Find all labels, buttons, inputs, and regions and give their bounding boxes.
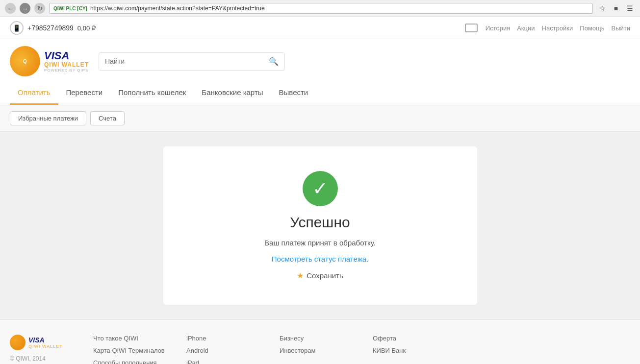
- footer-link-kiwi-bank[interactable]: КИВИ Банк: [373, 347, 446, 354]
- settings-link[interactable]: Настройки: [542, 24, 573, 32]
- extension-icon[interactable]: ■: [611, 3, 621, 14]
- phone-icon: 📱: [10, 21, 24, 35]
- history-link[interactable]: История: [486, 24, 510, 32]
- url-text: https://w.qiwi.com/payment/state.action?…: [90, 5, 265, 12]
- balance: 0,00 ₽: [77, 24, 96, 32]
- success-card: ✓ Успешно Ваш платеж принят в обработку.…: [163, 146, 477, 305]
- top-bar-right: История Акции Настройки Помощь Выйти: [465, 24, 630, 32]
- footer-link-what-is-qiwi[interactable]: Что такое QIWI: [93, 335, 167, 342]
- logo-area: Q VISA QIWI WALLET POWERED BY QIPS: [10, 46, 89, 76]
- footer-inner: VISA QIWI WALLET © QIWI, 2014 Что такое …: [10, 335, 630, 364]
- bookmark-icon[interactable]: ☆: [597, 3, 608, 14]
- footer-link-android[interactable]: Android: [186, 347, 260, 354]
- sub-nav: Избранные платежи Счета: [0, 105, 640, 132]
- logo-text: VISA QIWI WALLET POWERED BY QIPS: [44, 50, 89, 73]
- footer-link-terminals[interactable]: Карта QIWI Терминалов: [93, 347, 167, 354]
- footer-logo-text: VISA QIWI WALLET: [28, 336, 63, 349]
- help-link[interactable]: Помощь: [580, 24, 604, 32]
- qiwi-logo-q: Q: [23, 59, 27, 64]
- back-button[interactable]: ←: [5, 3, 16, 14]
- top-bar-links: История Акции Настройки Помощь Выйти: [486, 24, 630, 32]
- powered-text: POWERED BY QIPS: [44, 68, 89, 73]
- nav-item-withdraw[interactable]: Вывести: [271, 81, 316, 105]
- qiwi-wallet-text: QIWI WALLET: [44, 61, 89, 68]
- forward-button[interactable]: →: [20, 3, 30, 14]
- footer-logo-small: VISA QIWI WALLET: [10, 335, 74, 350]
- tab-favorites[interactable]: Избранные платежи: [10, 111, 86, 125]
- menu-icon[interactable]: ☰: [624, 3, 635, 14]
- success-title: Успешно: [290, 214, 350, 231]
- footer-logo-circle: [10, 335, 26, 350]
- footer-link-topup-methods[interactable]: Способы пополнения: [93, 359, 167, 364]
- footer-link-oferta[interactable]: Оферта: [373, 335, 446, 342]
- tab-invoices[interactable]: Счета: [90, 111, 125, 125]
- success-link[interactable]: Посмотреть статус платежа.: [272, 255, 368, 263]
- success-icon: ✓: [303, 171, 338, 206]
- footer-logo-col: VISA QIWI WALLET © QIWI, 2014: [10, 335, 74, 364]
- nav-bar: Оплатить Перевести Пополнить кошелек Бан…: [0, 81, 640, 105]
- ssl-badge: QIWI PLC [CY]: [53, 6, 87, 11]
- phone-area: 📱 +79852749899 0,00 ₽: [10, 21, 96, 35]
- footer-link-investors[interactable]: Инвесторам: [280, 347, 353, 354]
- promo-link[interactable]: Акции: [517, 24, 535, 32]
- success-subtitle: Ваш платеж принят в обработку.: [264, 239, 376, 247]
- messages-icon: [465, 24, 478, 32]
- nav-item-transfer[interactable]: Перевести: [58, 81, 111, 105]
- nav-item-bank-cards[interactable]: Банковские карты: [194, 81, 271, 105]
- search-button[interactable]: 🔍: [263, 53, 284, 70]
- nav-item-pay[interactable]: Оплатить: [10, 81, 58, 105]
- footer-link-ipad[interactable]: iPad: [186, 359, 260, 364]
- browser-chrome: ← → ↻ QIWI PLC [CY] https://w.qiwi.com/p…: [0, 0, 640, 17]
- refresh-button[interactable]: ↻: [34, 3, 45, 14]
- address-bar[interactable]: QIWI PLC [CY] https://w.qiwi.com/payment…: [49, 3, 593, 14]
- search-input[interactable]: [99, 53, 263, 69]
- nav-item-topup[interactable]: Пополнить кошелек: [110, 81, 194, 105]
- footer-visa-text: VISA: [28, 336, 63, 344]
- footer-qiwiw-text: QIWI WALLET: [28, 344, 63, 349]
- success-subtitle-text: Ваш платеж принят в обработку.: [264, 239, 376, 247]
- footer-col-1: Что такое QIWI Карта QIWI Терминалов Спо…: [93, 335, 167, 364]
- search-bar: 🔍: [99, 52, 285, 71]
- save-label: Сохранить: [307, 271, 343, 280]
- footer-col-3: Бизнесу Инвесторам: [280, 335, 353, 364]
- footer-col-4: Оферта КИВИ Банк: [373, 335, 446, 364]
- header: Q VISA QIWI WALLET POWERED BY QIPS 🔍: [0, 39, 640, 76]
- save-button[interactable]: ★ Сохранить: [297, 271, 343, 280]
- star-icon: ★: [297, 271, 304, 280]
- footer-link-iphone[interactable]: iPhone: [186, 335, 260, 342]
- visa-text: VISA: [44, 50, 89, 61]
- phone-number: +79852749899: [27, 24, 74, 32]
- footer-link-business[interactable]: Бизнесу: [280, 335, 353, 342]
- footer-copyright: © QIWI, 2014: [10, 355, 74, 362]
- main-content: ✓ Успешно Ваш платеж принят в обработку.…: [0, 132, 640, 319]
- footer: VISA QIWI WALLET © QIWI, 2014 Что такое …: [0, 319, 640, 364]
- logout-link[interactable]: Выйти: [612, 24, 631, 32]
- top-bar: 📱 +79852749899 0,00 ₽ История Акции Наст…: [0, 17, 640, 39]
- footer-col-2: iPhone Android iPad Windows Phone Другие…: [186, 335, 260, 364]
- browser-icons: ☆ ■ ☰: [597, 3, 635, 14]
